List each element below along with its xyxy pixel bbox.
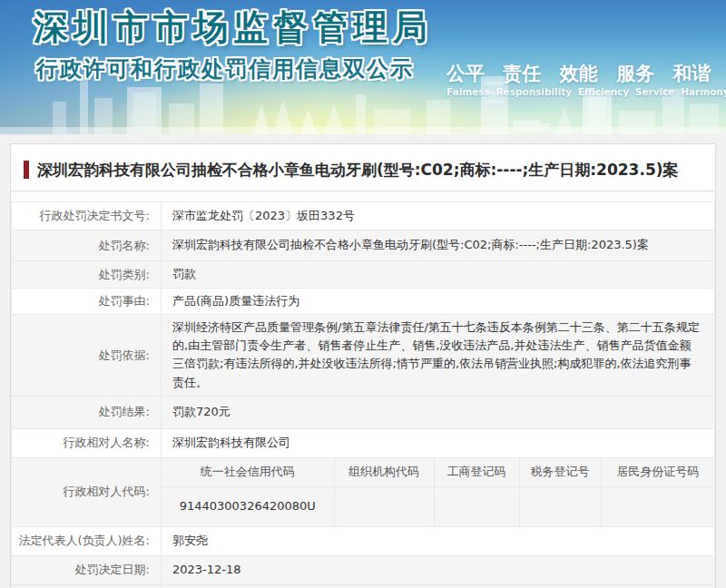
party-code-subtable: 统一社会信用代码 组织机构代码 工商登记码 税务登记号 居民身份证号码 9144…	[162, 458, 714, 526]
row-value: 产品(商品)质量违法行为	[162, 289, 715, 315]
page-title: 深圳宏韵科技有限公司抽检不合格小章鱼电动牙刷(型号:C02;商标:----;生产…	[37, 160, 679, 180]
row-label: 处罚依据:	[12, 315, 162, 397]
row-label: 法定代表人(负责人)姓名:	[12, 526, 162, 555]
code-column-header: 税务登记号	[519, 458, 601, 487]
row-value: 深圳宏韵科技有限公司抽检不合格小章鱼电动牙刷(型号:C02;商标:----;生产…	[162, 230, 715, 261]
row-value: 深圳经济特区产品质量管理条例/第五章法律责任/第五十七条违反本条例第二十三条、第…	[162, 315, 715, 397]
code-value	[434, 487, 519, 526]
code-value: 91440300326420080U	[162, 487, 334, 526]
title-divider	[11, 191, 715, 191]
slogan-english: Faimess Responsibility Efficiency Servic…	[446, 86, 726, 97]
code-column-header: 统一社会信用代码	[162, 458, 334, 487]
code-header-row: 统一社会信用代码 组织机构代码 工商登记码 税务登记号 居民身份证号码	[162, 458, 714, 487]
code-value	[601, 487, 714, 526]
slogan-chinese: 公平 责任 效能 服务 和谐	[446, 61, 711, 86]
code-column-header: 组织机构代码	[334, 458, 434, 487]
row-value: 2023-12-18	[162, 555, 715, 584]
table-row-penalty-category: 处罚类别: 罚款	[12, 261, 715, 289]
table-row-party-codes: 行政相对人代码: 统一社会信用代码 组织机构代码 工商登记码 税务登记号 居民身…	[12, 457, 715, 526]
row-label: 行政相对人代码:	[12, 457, 162, 526]
row-label: 处罚类别:	[12, 261, 162, 289]
row-label: 处罚结果:	[12, 396, 162, 428]
title-accent-bar	[24, 161, 29, 179]
row-value: 深市监龙处罚〔2023〕坂田332号	[162, 202, 715, 230]
row-label: 处罚决定日期:	[12, 555, 162, 584]
code-value	[334, 487, 434, 526]
table-row-legal-representative: 法定代表人(负责人)姓名: 郭安尧	[12, 526, 715, 555]
banner-subtitle: 行政许可和行政处罚信用信息双公示	[36, 54, 414, 83]
table-row-decision-date: 处罚决定日期: 2023-12-18	[12, 555, 715, 584]
table-row-penalty-name: 处罚名称: 深圳宏韵科技有限公司抽检不合格小章鱼电动牙刷(型号:C02;商标:-…	[12, 230, 715, 261]
site-banner: 深圳市市场监督管理局 行政许可和行政处罚信用信息双公示 公平 责任 效能 服务 …	[0, 0, 726, 134]
code-column-header: 居民身份证号码	[601, 458, 714, 487]
row-label: 行政相对人名称:	[12, 428, 162, 457]
row-value: 郭安尧	[162, 526, 715, 555]
row-label: 处罚机关:	[12, 584, 162, 588]
table-row-party-name: 行政相对人名称: 深圳宏韵科技有限公司	[12, 428, 715, 457]
table-row-decision-number: 行政处罚决定书文号: 深市监龙处罚〔2023〕坂田332号	[12, 202, 715, 230]
table-row-penalty-result: 处罚结果: 罚款720元	[12, 396, 715, 428]
content-panel: 深圳宏韵科技有限公司抽检不合格小章鱼电动牙刷(型号:C02;商标:----;生产…	[10, 143, 716, 588]
code-column-header: 工商登记码	[434, 458, 519, 487]
code-value	[519, 487, 601, 526]
code-value-row: 91440300326420080U	[162, 487, 714, 526]
row-label: 处罚名称:	[12, 230, 162, 261]
table-row-penalty-reason: 处罚事由: 产品(商品)质量违法行为	[12, 289, 715, 315]
row-label: 行政处罚决定书文号:	[12, 202, 162, 230]
table-row-penalty-basis: 处罚依据: 深圳经济特区产品质量管理条例/第五章法律责任/第五十七条违反本条例第…	[12, 315, 715, 397]
row-value: 罚款720元	[162, 396, 715, 428]
row-value: 深圳宏韵科技有限公司	[162, 428, 715, 457]
row-value: 罚款	[162, 261, 715, 289]
org-name-title: 深圳市市场监督管理局	[34, 5, 433, 51]
row-label: 处罚事由:	[12, 289, 162, 315]
penalty-info-table: 行政处罚决定书文号: 深市监龙处罚〔2023〕坂田332号 处罚名称: 深圳宏韵…	[11, 201, 715, 588]
row-value: 深圳市市场监督管理局龙岗监管局	[162, 584, 715, 588]
case-title-row: 深圳宏韵科技有限公司抽检不合格小章鱼电动牙刷(型号:C02;商标:----;生产…	[11, 144, 715, 191]
party-codes-cell: 统一社会信用代码 组织机构代码 工商登记码 税务登记号 居民身份证号码 9144…	[162, 457, 715, 526]
table-row-penalty-authority: 处罚机关: 深圳市市场监督管理局龙岗监管局	[12, 584, 715, 588]
